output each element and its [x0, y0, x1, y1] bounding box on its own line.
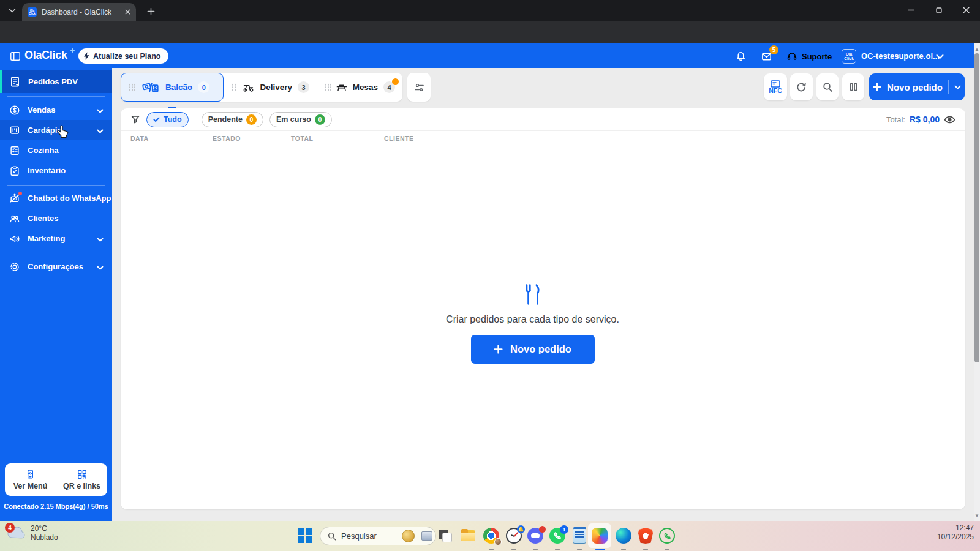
toggle-visibility-eye-icon[interactable] [944, 115, 956, 124]
sidebar-item-chatbot-whatsapp[interactable]: Chatbot do WhatsApp [0, 188, 112, 208]
qr-links-button[interactable]: QR e links [56, 463, 107, 496]
new-order-button[interactable]: Novo pedido [869, 73, 965, 100]
connection-status: Conectado 2.15 Mbps(4g) / 50ms [0, 503, 112, 510]
notification-dot [18, 192, 22, 195]
page-scrollbar[interactable]: ▲ ▼ [974, 43, 980, 521]
chevron-down-icon [97, 233, 104, 244]
refresh-button[interactable] [790, 73, 813, 100]
filter-row: Tudo Pendente 0 Em curso 0 Total: R$ 0,0… [121, 108, 965, 131]
customers-icon [9, 213, 20, 224]
sidebar-item-inventario[interactable]: Inventário [0, 160, 112, 181]
clock-app-icon[interactable]: 🔔 [506, 528, 522, 544]
filter-funnel-icon[interactable] [130, 115, 140, 124]
orders-table-header: DATA ESTADO TOTAL CLIENTE [121, 131, 965, 146]
taskbar-weather-widget[interactable]: 4 20°C Nublado [6, 524, 58, 542]
total-value: R$ 0,00 [910, 114, 940, 124]
tab-count-badge: 4 [383, 81, 395, 93]
new-tab-button[interactable] [143, 5, 158, 17]
clock-badge: 🔔 [517, 525, 525, 533]
maximize-button[interactable] [925, 0, 952, 20]
alert-dot [392, 78, 399, 85]
messages-icon[interactable]: 5 [758, 48, 774, 64]
plus-icon [873, 83, 881, 91]
taskbar-clock[interactable]: 12:47 10/12/2025 [937, 523, 974, 542]
sidebar-item-cardapio[interactable]: Cardápio [0, 120, 112, 140]
chevron-down-icon[interactable] [954, 85, 961, 89]
search-highlight-coin-image[interactable] [402, 530, 415, 542]
running-indicator [533, 549, 538, 550]
tab-delivery[interactable]: Delivery 3 [224, 73, 317, 102]
sidebar-item-clientes[interactable]: Clientes [0, 208, 112, 228]
mouse-cursor [57, 124, 69, 141]
file-explorer-icon[interactable] [460, 528, 477, 544]
search-button[interactable] [816, 73, 839, 100]
scroll-down-arrow[interactable]: ▼ [974, 511, 980, 520]
running-indicator [643, 549, 648, 550]
sidebar-toggle-icon[interactable] [7, 48, 23, 64]
drag-handle-icon[interactable] [129, 83, 136, 92]
sidebar-item-cozinha[interactable]: Cozinha [0, 140, 112, 160]
scrollbar-thumb[interactable] [974, 53, 979, 362]
minimize-button[interactable] [897, 0, 925, 20]
windows-taskbar: 4 20°C Nublado Pesquisar 🔔 [0, 521, 980, 551]
empty-new-order-button[interactable]: Novo pedido [471, 335, 595, 364]
sidebar-item-marketing[interactable]: Marketing [0, 228, 112, 249]
whatsapp-icon[interactable]: 1 [549, 528, 566, 544]
sidebar-item-vendas[interactable]: Vendas [0, 100, 112, 120]
chevron-down-icon [97, 125, 104, 136]
search-highlight-card-image[interactable] [421, 531, 432, 541]
tab-close-icon[interactable] [123, 7, 132, 17]
close-button[interactable] [952, 0, 980, 20]
nfc-button[interactable]: NFC [764, 73, 787, 100]
filter-chip-em-curso[interactable]: Em curso 0 [270, 112, 332, 127]
tab-options-button[interactable] [407, 73, 431, 102]
discord-icon[interactable] [527, 528, 544, 544]
notepad-icon[interactable] [571, 528, 588, 544]
sales-dollar-icon [9, 105, 20, 116]
drag-handle-icon[interactable] [232, 83, 237, 92]
cloud-weather-icon: 4 [6, 525, 26, 541]
drag-handle-icon[interactable] [325, 83, 331, 92]
empty-state: Criar pedidos para cada tipo de serviço.… [110, 283, 955, 364]
account-chevron-icon[interactable] [936, 51, 944, 62]
scroll-up-arrow[interactable]: ▲ [974, 45, 980, 53]
taskbar-date: 10/12/2025 [937, 533, 974, 542]
tab-mesas[interactable]: Mesas 4 [317, 73, 402, 102]
search-icon [328, 532, 336, 541]
whatsapp-bot-icon [9, 193, 20, 204]
copilot-icon[interactable] [592, 528, 608, 544]
pause-button[interactable] [842, 73, 864, 100]
nfc-card-icon [771, 80, 780, 88]
tab-search-button[interactable] [5, 4, 20, 17]
ver-menu-button[interactable]: Ver Menú [5, 463, 56, 496]
main-content: Balcão 0 Delivery 3 Mesas 4 NFC Nov [112, 68, 974, 521]
browser-tab[interactable]: Ola Click Dashboard - OlaClick [22, 3, 136, 21]
filter-chip-tudo[interactable]: Tudo [146, 112, 189, 127]
browser-tab-title: Dashboard - OlaClick [42, 8, 123, 17]
chevron-down-icon [97, 105, 104, 116]
edge-icon[interactable] [616, 528, 632, 544]
sidebar-item-configuracoes[interactable]: Configurações [0, 257, 112, 277]
account-name[interactable]: OC-testesuporte.ol... [861, 51, 940, 61]
column-header-estado: ESTADO [213, 135, 241, 142]
chrome-icon[interactable] [483, 528, 500, 544]
lightning-icon [84, 52, 89, 60]
phone-menu-icon [25, 469, 36, 479]
pause-icon [849, 82, 858, 92]
upgrade-plan-button[interactable]: Atualize seu Plano [78, 48, 168, 64]
whatsapp-secondary-icon[interactable] [659, 528, 676, 544]
notifications-bell-icon[interactable] [733, 48, 748, 64]
filter-chip-pendente[interactable]: Pendente 0 [202, 112, 263, 127]
task-view-button[interactable] [437, 528, 453, 544]
brave-icon[interactable] [638, 528, 654, 544]
table-icon [336, 83, 347, 92]
delivery-scooter-icon [243, 81, 254, 93]
support-button[interactable]: Suporte [786, 48, 832, 64]
whatsapp-badge: 1 [560, 525, 568, 534]
sidebar-item-pedidos-pdv[interactable]: Pedidos PDV [0, 70, 112, 93]
start-button[interactable] [298, 528, 312, 543]
taskbar-search[interactable]: Pesquisar [320, 527, 436, 545]
running-indicator [665, 549, 669, 550]
column-header-total: TOTAL [291, 135, 314, 142]
tab-balcao[interactable]: Balcão 0 [121, 73, 224, 102]
